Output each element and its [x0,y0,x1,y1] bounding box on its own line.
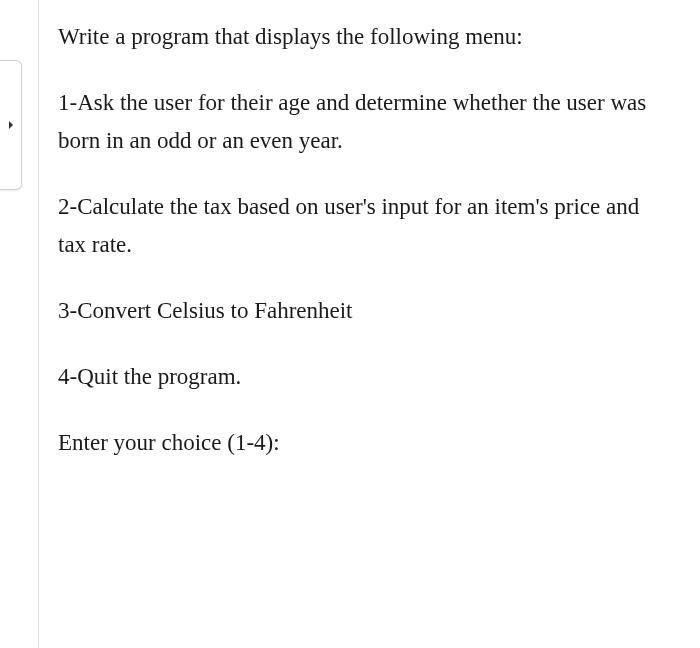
paragraph-prompt: Enter your choice (1-4): [58,424,670,462]
document-content: Write a program that displays the follow… [58,18,670,490]
paragraph-option-2: 2-Calculate the tax based on user's inpu… [58,188,670,264]
paragraph-intro: Write a program that displays the follow… [58,18,670,56]
paragraph-option-1: 1-Ask the user for their age and determi… [58,84,670,160]
chevron-right-icon [6,116,16,134]
paragraph-option-3: 3-Convert Celsius to Fahrenheit [58,292,670,330]
paragraph-option-4: 4-Quit the program. [58,358,670,396]
expand-sidebar-tab[interactable] [0,60,22,190]
vertical-divider [38,0,39,648]
